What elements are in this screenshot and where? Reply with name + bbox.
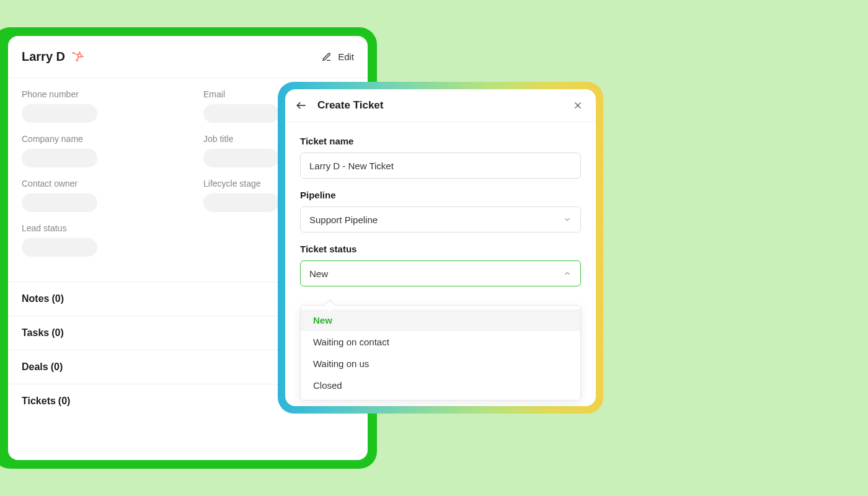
- field-placeholder[interactable]: [203, 193, 279, 212]
- status-option-waiting-contact[interactable]: Waiting on contact: [301, 331, 580, 353]
- section-label: Deals: [22, 361, 48, 373]
- svg-point-0: [78, 53, 81, 56]
- field-placeholder[interactable]: [22, 193, 97, 212]
- back-icon[interactable]: [295, 99, 308, 112]
- edit-button[interactable]: Edit: [322, 51, 354, 62]
- section-label-wrap: Tickets (0): [22, 396, 70, 407]
- status-option-waiting-us[interactable]: Waiting on us: [301, 353, 580, 374]
- svg-line-7: [74, 53, 78, 55]
- status-option-closed[interactable]: Closed: [301, 374, 580, 396]
- field-phone: Phone number: [22, 89, 172, 123]
- modal-title: Create Ticket: [317, 99, 562, 112]
- status-option-new[interactable]: New: [301, 309, 580, 331]
- create-ticket-modal-frame: Create Ticket Ticket name Pipeline Suppo…: [278, 82, 603, 414]
- close-icon[interactable]: [572, 100, 583, 111]
- field-label: Lead status: [22, 223, 172, 233]
- section-label: Tickets: [22, 396, 56, 407]
- field-placeholder[interactable]: [22, 104, 97, 123]
- section-count: (0): [51, 327, 64, 339]
- section-count: (0): [51, 293, 64, 304]
- field-owner: Contact owner: [22, 179, 172, 212]
- chevron-down-icon: [563, 215, 572, 224]
- svg-line-6: [81, 56, 82, 56]
- svg-point-3: [73, 51, 74, 53]
- section-label: Notes: [22, 293, 49, 304]
- pipeline-value: Support Pipeline: [309, 215, 378, 225]
- ticket-status-value: New: [309, 268, 328, 279]
- status-dropdown-menu: New Waiting on contact Waiting on us Clo…: [300, 305, 581, 401]
- ticket-status-label: Ticket status: [300, 244, 581, 254]
- contact-title-wrap: Larry D: [22, 50, 84, 64]
- field-placeholder[interactable]: [22, 238, 97, 257]
- field-label: Contact owner: [22, 179, 172, 188]
- ticket-status-select[interactable]: New: [300, 260, 581, 286]
- modal-header: Create Ticket: [285, 89, 596, 122]
- field-label: Company name: [22, 134, 172, 144]
- field-company: Company name: [22, 134, 172, 167]
- ticket-name-input[interactable]: [300, 153, 581, 179]
- section-count: (0): [58, 396, 71, 407]
- field-placeholder[interactable]: [203, 104, 279, 123]
- field-placeholder[interactable]: [22, 149, 97, 167]
- edit-label: Edit: [338, 51, 354, 62]
- svg-point-4: [76, 59, 78, 61]
- ticket-name-label: Ticket name: [300, 136, 581, 146]
- form-group-ticket-status: Ticket status New: [300, 244, 581, 286]
- contact-header: Larry D: [8, 36, 368, 78]
- edit-icon: [322, 52, 332, 62]
- section-label-wrap: Deals (0): [22, 361, 63, 373]
- section-label-wrap: Notes (0): [22, 293, 64, 304]
- create-ticket-modal: Create Ticket Ticket name Pipeline Suppo…: [285, 89, 596, 406]
- pipeline-label: Pipeline: [300, 190, 581, 200]
- hubspot-icon: [71, 51, 84, 63]
- form-group-pipeline: Pipeline Support Pipeline: [300, 190, 581, 232]
- pipeline-select[interactable]: Support Pipeline: [300, 206, 581, 232]
- chevron-up-icon: [563, 269, 572, 278]
- field-label: Phone number: [22, 89, 172, 99]
- section-label: Tasks: [22, 327, 49, 339]
- section-label-wrap: Tasks (0): [22, 327, 64, 339]
- contact-title: Larry D: [22, 50, 65, 64]
- svg-line-8: [78, 56, 79, 59]
- form-group-ticket-name: Ticket name: [300, 136, 581, 179]
- field-lead-status: Lead status: [22, 223, 172, 257]
- section-count: (0): [51, 361, 63, 373]
- field-placeholder[interactable]: [203, 149, 279, 167]
